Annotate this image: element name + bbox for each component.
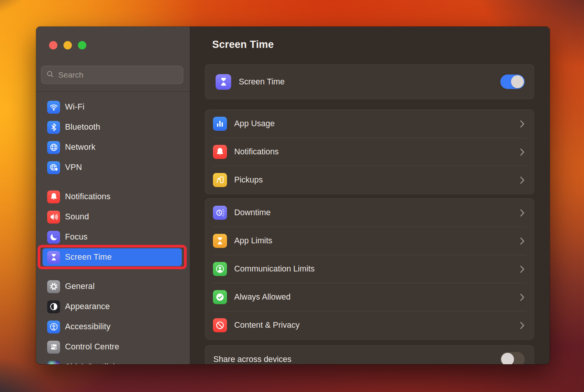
page-title: Screen Time xyxy=(212,39,274,51)
sidebar-item-bluetooth[interactable]: Bluetooth xyxy=(43,118,182,136)
sidebar-item-label: Wi-Fi xyxy=(65,102,84,112)
row-label: Pickups xyxy=(234,175,263,185)
wifi-icon xyxy=(47,101,60,114)
sidebar-item-label: Bluetooth xyxy=(65,122,100,132)
siri-icon xyxy=(47,361,60,365)
sidebar-item-screen-time[interactable]: Screen Time xyxy=(43,248,182,266)
sidebar-item-label: Control Centre xyxy=(65,342,119,352)
chevron-right-icon xyxy=(520,209,525,217)
traffic-lights xyxy=(49,41,86,49)
sidebar-item-siri-spotlight[interactable]: Siri & Spotlight xyxy=(43,358,182,364)
toggle-card-label: Screen Time xyxy=(239,77,285,87)
row-label: App Usage xyxy=(234,119,275,129)
hourglass-icon xyxy=(213,234,227,248)
search-icon xyxy=(46,70,54,80)
toggle-knob xyxy=(511,75,524,88)
row-label: App Limits xyxy=(234,236,272,246)
globe-shield-icon xyxy=(47,161,60,174)
gear-icon xyxy=(47,280,60,293)
contrast-icon xyxy=(47,300,60,313)
speaker-icon xyxy=(47,211,60,224)
sidebar-group-gap xyxy=(43,179,182,188)
hourglass-icon xyxy=(216,74,231,90)
globe-icon xyxy=(47,141,60,154)
sidebar-item-sound[interactable]: Sound xyxy=(43,208,182,226)
sidebar: Wi-Fi Bluetooth Network VPN xyxy=(36,27,190,364)
row-label: Downtime xyxy=(234,208,271,217)
check-badge-icon xyxy=(213,290,227,304)
chevron-right-icon xyxy=(520,176,525,184)
sidebar-item-label: Notifications xyxy=(65,192,111,202)
bell-icon xyxy=(213,145,227,159)
chevron-right-icon xyxy=(520,321,525,330)
prohibition-icon xyxy=(213,318,227,332)
phone-pickup-icon xyxy=(213,173,227,187)
sidebar-item-label: Focus xyxy=(65,232,88,242)
toggles-icon xyxy=(47,341,60,354)
chevron-right-icon xyxy=(520,237,525,245)
row-label: Notifications xyxy=(234,147,279,157)
sidebar-item-label: Screen Time xyxy=(65,252,112,262)
sidebar-item-wifi[interactable]: Wi-Fi xyxy=(43,98,182,116)
screen-time-toggle[interactable] xyxy=(500,75,525,89)
bar-chart-icon xyxy=(213,117,227,131)
sidebar-item-label: VPN xyxy=(65,163,82,172)
close-button[interactable] xyxy=(49,41,57,49)
chevron-right-icon xyxy=(520,265,525,273)
row-app-limits[interactable]: App Limits xyxy=(205,227,534,255)
sidebar-item-notifications[interactable]: Notifications xyxy=(43,188,182,206)
chevron-right-icon xyxy=(520,148,525,156)
content-pane: Screen Time Screen Time App Usage xyxy=(190,27,550,364)
sidebar-item-appearance[interactable]: Appearance xyxy=(43,298,182,316)
sidebar-item-label: Appearance xyxy=(65,302,110,311)
row-app-usage[interactable]: App Usage xyxy=(205,110,534,138)
sidebar-list: Wi-Fi Bluetooth Network VPN xyxy=(43,92,182,364)
row-downtime[interactable]: Downtime xyxy=(205,199,534,227)
row-label: Always Allowed xyxy=(234,292,290,302)
sidebar-item-vpn[interactable]: VPN xyxy=(43,159,182,176)
sidebar-item-network[interactable]: Network xyxy=(43,138,182,156)
chevron-right-icon xyxy=(520,120,525,128)
zoom-button[interactable] xyxy=(78,41,86,49)
limits-nav-card: Downtime App Limits Commun xyxy=(205,198,534,340)
sidebar-item-focus[interactable]: Focus xyxy=(43,228,182,246)
moon-icon xyxy=(47,231,60,244)
hourglass-icon xyxy=(47,251,60,264)
share-across-devices-card: Share across devices xyxy=(205,345,534,364)
desktop-wallpaper: { "window": { "app": "System Settings" }… xyxy=(0,0,584,392)
toggle-knob xyxy=(501,353,514,364)
sidebar-item-control-centre[interactable]: Control Centre xyxy=(43,338,182,356)
sidebar-item-label: Accessibility xyxy=(65,322,111,332)
row-communication-limits[interactable]: Communication Limits xyxy=(205,255,534,283)
row-label: Communication Limits xyxy=(234,264,314,274)
row-pickups[interactable]: Pickups xyxy=(205,166,534,194)
sidebar-item-general[interactable]: General xyxy=(43,278,182,295)
bell-icon xyxy=(47,190,60,203)
sidebar-item-label: General xyxy=(65,282,95,291)
person-circle-icon xyxy=(213,262,227,276)
chevron-right-icon xyxy=(520,293,525,302)
accessibility-icon xyxy=(47,321,60,333)
row-notifications[interactable]: Notifications xyxy=(205,138,534,166)
minimize-button[interactable] xyxy=(63,41,72,49)
row-content-privacy[interactable]: Content & Privacy xyxy=(205,311,534,339)
search-input[interactable] xyxy=(57,70,178,80)
sidebar-group-gap xyxy=(43,268,182,278)
system-settings-window: Wi-Fi Bluetooth Network VPN xyxy=(36,27,550,364)
share-label: Share across devices xyxy=(213,355,292,364)
downtime-clock-icon xyxy=(213,206,227,220)
sidebar-item-label: Siri & Spotlight xyxy=(65,362,120,364)
sidebar-item-label: Network xyxy=(65,143,95,152)
sidebar-item-label: Sound xyxy=(65,212,89,222)
sidebar-item-accessibility[interactable]: Accessibility xyxy=(43,318,182,336)
share-across-devices-toggle[interactable] xyxy=(500,352,525,364)
row-label: Content & Privacy xyxy=(234,321,300,330)
bluetooth-icon xyxy=(47,121,60,134)
usage-nav-card: App Usage Notifications Pi xyxy=(205,110,534,194)
row-always-allowed[interactable]: Always Allowed xyxy=(205,283,534,311)
screen-time-toggle-card: Screen Time xyxy=(205,64,534,99)
search-field[interactable] xyxy=(41,66,183,84)
